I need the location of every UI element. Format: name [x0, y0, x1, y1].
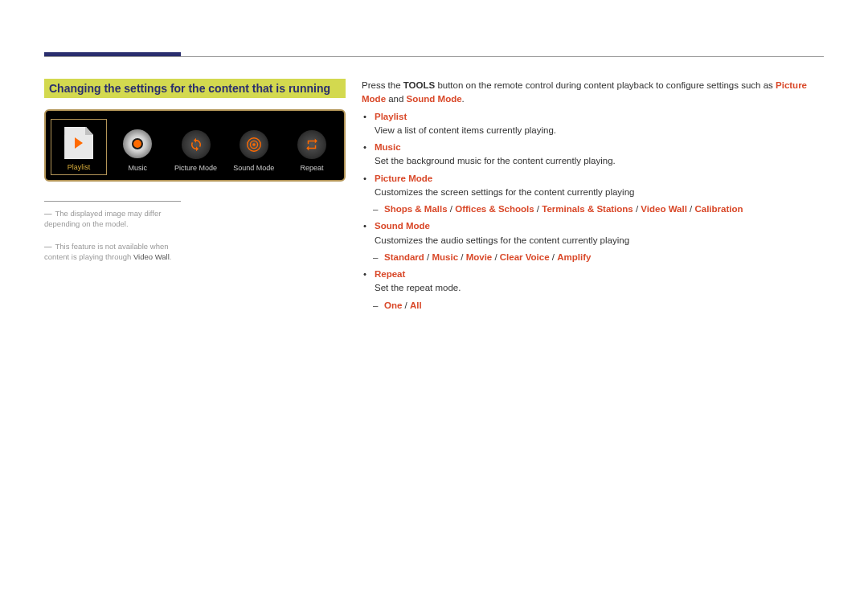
settings-list-2: Sound Mode Customizes the audio settings… [362, 219, 824, 247]
playlist-icon [63, 128, 94, 158]
tool-item-playlist[interactable]: Playlist [51, 119, 107, 175]
list-item-sound-mode: Sound Mode Customizes the audio settings… [375, 219, 824, 247]
repeat-icon [297, 130, 326, 159]
refresh-icon [182, 130, 211, 159]
list-item-playlist: Playlist View a list of content items cu… [375, 110, 824, 138]
tools-panel: Playlist Music Picture Mode Sound Mode [44, 109, 346, 182]
svg-point-2 [252, 143, 256, 146]
section-title: Changing the settings for the content th… [44, 79, 346, 98]
list-item-repeat: Repeat Set the repeat mode. [375, 268, 824, 296]
settings-list: Playlist View a list of content items cu… [362, 110, 824, 200]
repeat-options: One / All [362, 299, 824, 313]
notes-block: ―The displayed image may differ dependin… [44, 201, 181, 262]
tool-label: Picture Mode [174, 164, 217, 172]
tool-label: Music [129, 164, 148, 172]
header-rule [44, 56, 824, 57]
tool-item-picture-mode[interactable]: Picture Mode [168, 119, 223, 175]
tool-label: Playlist [68, 163, 91, 171]
tool-label: Sound Mode [233, 164, 274, 172]
disc-icon [122, 129, 153, 159]
right-column: Press the TOOLS button on the remote con… [362, 79, 824, 316]
tool-label: Repeat [300, 164, 323, 172]
list-item-picture-mode: Picture Mode Customizes the screen setti… [375, 172, 824, 200]
sound-mode-options: Standard / Music / Movie / Clear Voice /… [362, 251, 824, 264]
list-item-music: Music Set the background music for the c… [375, 141, 824, 169]
sound-icon [240, 130, 268, 159]
intro-text: Press the TOOLS button on the remote con… [362, 79, 824, 107]
note-line: ―This feature is not available when cont… [44, 241, 181, 263]
tool-item-sound-mode[interactable]: Sound Mode [227, 119, 281, 175]
page-content: Changing the settings for the content th… [44, 0, 824, 316]
left-column: Changing the settings for the content th… [44, 79, 346, 316]
picture-mode-options: Shops & Malls / Offices & Schools / Term… [362, 202, 824, 216]
settings-list-3: Repeat Set the repeat mode. [362, 268, 824, 296]
tool-item-music[interactable]: Music [110, 119, 165, 175]
note-line: ―The displayed image may differ dependin… [44, 208, 181, 230]
tool-item-repeat[interactable]: Repeat [285, 119, 339, 175]
